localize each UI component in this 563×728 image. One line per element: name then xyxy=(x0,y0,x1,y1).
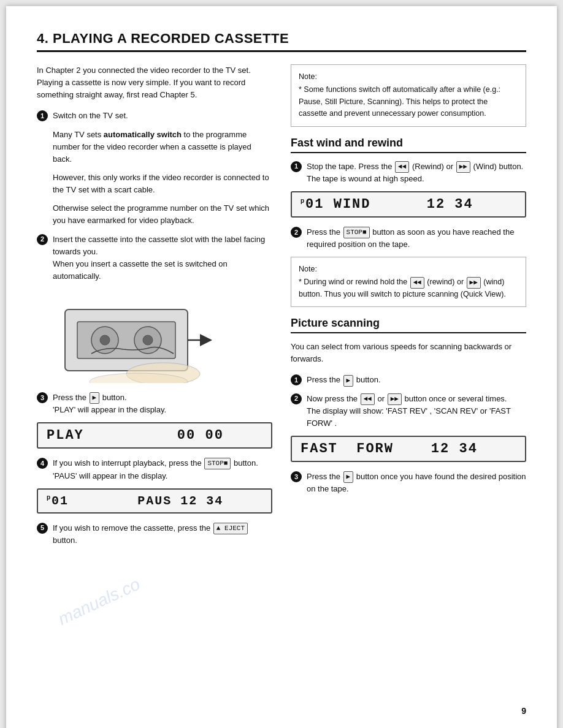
note-title-wind: Note: xyxy=(299,264,518,275)
picture-scanning-heading: Picture scanning xyxy=(291,317,526,333)
step-1-text: Switch on the TV set. xyxy=(53,110,272,122)
forward-button-ref: ▶▶ xyxy=(456,161,470,173)
eject-button-ref: ▲ EJECT xyxy=(213,523,248,534)
ps-step-1-num: 1 xyxy=(291,374,302,385)
picture-scanning-step-2: 2 Now press the ◄◄ or ▶▶ button once or … xyxy=(291,393,526,430)
ps-step-3-text: Press the ▶ button once you have found t… xyxy=(307,471,526,495)
watermark: manuals.co xyxy=(55,574,143,629)
picture-scanning-step-1: 1 Press the ▶ button. xyxy=(291,374,526,386)
step-1-note-1: Many TV sets automatically switch to the… xyxy=(53,129,272,165)
note-box-wind: Note: * During wind or rewind hold the ◄… xyxy=(291,257,526,307)
manual-page: manuals.co 4. PLAYING A RECORDED CASSETT… xyxy=(6,6,557,728)
stop-button-ref-right: STOP■ xyxy=(343,227,370,238)
left-column: In Chapter 2 you connected the video rec… xyxy=(37,64,272,553)
step-1-num: 1 xyxy=(37,110,48,121)
note-title-top: Note: xyxy=(299,71,518,83)
stop-button-ref-left: STOP■ xyxy=(204,458,231,469)
right-column: Note: * Some functions switch off automa… xyxy=(291,64,526,553)
svg-point-3 xyxy=(100,335,110,345)
step-1-note-3: Otherwise select the programme number on… xyxy=(53,202,272,227)
ps-step-3-num: 3 xyxy=(291,471,302,482)
fwd-btn-ps: ▶▶ xyxy=(388,393,402,405)
picture-scanning-step-3: 3 Press the ▶ button once you have found… xyxy=(291,471,526,495)
display-fast-forw: FAST FORW 12 34 xyxy=(291,436,526,462)
display-paus: p01 PAUS 12 34 xyxy=(37,488,272,514)
page-number: 9 xyxy=(521,706,526,716)
picture-scanning-intro: You can select from various speeds for s… xyxy=(291,341,526,365)
ps-step-2-num: 2 xyxy=(291,393,302,404)
cassette-illustration xyxy=(53,291,224,383)
note-text-top: * Some functions switch off automaticall… xyxy=(299,84,518,119)
display-play: PLAY 00 00 xyxy=(37,422,272,449)
step-5-text: If you wish to remove the cassette, pres… xyxy=(53,522,272,547)
fast-wind-step-2: 2 Press the STOP■ button as soon as you … xyxy=(291,226,526,251)
note-box-top: Note: * Some functions switch off automa… xyxy=(291,64,526,127)
fast-wind-heading: Fast wind and rewind xyxy=(291,137,526,153)
svg-point-5 xyxy=(143,335,153,345)
step-1: 1 Switch on the TV set. xyxy=(37,110,272,122)
play-btn-ps2: ▶ xyxy=(343,471,354,483)
fast-wind-step-2-num: 2 xyxy=(291,227,302,238)
fast-wind-step-1-text: Stop the tape. Press the ◄◄ (Rewind) or … xyxy=(307,161,526,185)
step-3-text: Press the ▶ button.'PLAY' will appear in… xyxy=(53,392,272,416)
step-4: 4 If you wish to interrupt playback, pre… xyxy=(37,457,272,482)
play-button-ref: ▶ xyxy=(90,392,100,404)
rewind-btn-ps: ◄◄ xyxy=(361,393,375,405)
ps-step-1-text: Press the ▶ button. xyxy=(307,374,526,386)
step-2: 2 Insert the cassette into the cassette … xyxy=(37,233,272,283)
rewind-btn-note: ◄◄ xyxy=(410,277,424,289)
fwd-btn-note: ▶▶ xyxy=(467,277,481,289)
step-4-text: If you wish to interrupt playback, press… xyxy=(53,457,272,482)
play-btn-ps: ▶ xyxy=(343,375,354,387)
step-4-num: 4 xyxy=(37,458,48,469)
step-2-text: Insert the cassette into the cassette sl… xyxy=(53,233,272,283)
fast-wind-step-1: 1 Stop the tape. Press the ◄◄ (Rewind) o… xyxy=(291,161,526,185)
fast-wind-step-2-text: Press the STOP■ button as soon as you ha… xyxy=(307,226,526,251)
step-1-note-2: However, this only works if the video re… xyxy=(53,172,272,196)
step-2-num: 2 xyxy=(37,234,48,245)
intro-paragraph: In Chapter 2 you connected the video rec… xyxy=(37,64,272,101)
step-5-num: 5 xyxy=(37,523,48,534)
fast-wind-step-1-num: 1 xyxy=(291,161,302,172)
step-3: 3 Press the ▶ button.'PLAY' will appear … xyxy=(37,392,272,416)
step-3-num: 3 xyxy=(37,392,48,403)
step-5: 5 If you wish to remove the cassette, pr… xyxy=(37,522,272,547)
note-text-wind: * During wind or rewind hold the ◄◄ (rew… xyxy=(299,276,518,300)
display-wind: p01 WIND 12 34 xyxy=(291,191,526,218)
chapter-title: 4. PLAYING A RECORDED CASSETTE xyxy=(37,31,526,52)
rewind-button-ref: ◄◄ xyxy=(395,161,409,173)
ps-step-2-text: Now press the ◄◄ or ▶▶ button once or se… xyxy=(307,393,526,430)
